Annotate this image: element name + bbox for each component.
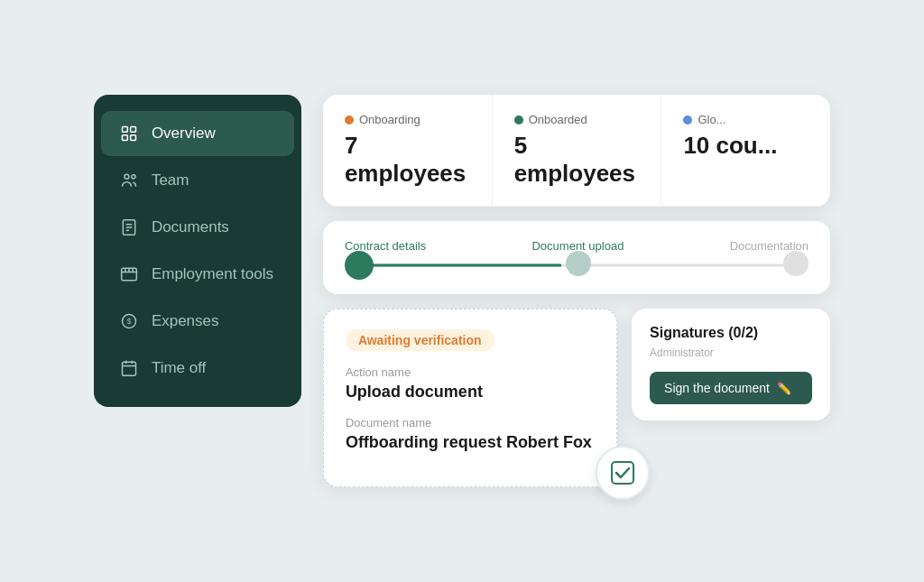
sidebar-documents-label: Documents (152, 218, 229, 236)
progress-track (345, 262, 808, 269)
progress-card: Contract details Document upload Documen… (323, 221, 830, 294)
sidebar-overview-label: Overview (152, 125, 216, 143)
overview-icon (119, 124, 139, 143)
onboarded-dot (514, 115, 523, 125)
svg-rect-3 (131, 135, 136, 141)
onboarded-value: 5 employees (514, 132, 640, 188)
stat-onboarding: Onboarding 7 employees (323, 95, 493, 206)
svg-rect-1 (131, 127, 136, 133)
sidebar: Overview Team Documents Employment tools… (94, 95, 301, 407)
stat-global: Glo... 10 cou... (661, 95, 830, 206)
expenses-icon: $ (119, 311, 139, 331)
checkbox-verified-svg (609, 459, 636, 486)
onboarding-label: Onboarding (345, 113, 470, 126)
sidebar-item-time-off[interactable]: Time off (101, 346, 294, 391)
pen-icon: ✏️ (777, 382, 791, 395)
progress-dot-3 (783, 251, 808, 276)
onboarding-dot (345, 115, 354, 125)
svg-point-4 (125, 174, 129, 179)
sidebar-item-expenses[interactable]: $ Expenses (101, 299, 294, 344)
svg-text:$: $ (126, 317, 131, 326)
progress-dot-1 (345, 251, 374, 280)
signatures-card: Signatures (0/2) Administrator Sign the … (632, 309, 830, 420)
signatures-title: Signatures (0/2) (650, 325, 812, 341)
employment-tools-icon (119, 264, 139, 284)
global-label: Glo... (683, 113, 808, 126)
stats-card: Onboarding 7 employees Onboarded 5 emplo… (323, 95, 830, 207)
sign-document-button[interactable]: Sign the document ✏️ (650, 372, 812, 404)
action-name-label: Action name (346, 365, 595, 379)
sidebar-item-documents[interactable]: Documents (101, 205, 294, 250)
team-icon (119, 171, 139, 190)
bottom-row: Awaiting verification Action name Upload… (323, 309, 830, 487)
action-name-value: Upload document (346, 383, 595, 402)
progress-dots (345, 251, 808, 280)
document-name-value: Offboarding request Robert Fox (346, 433, 595, 452)
stat-onboarded: Onboarded 5 employees (493, 95, 662, 206)
sidebar-item-team[interactable]: Team (101, 158, 294, 203)
awaiting-badge: Awaiting verification (346, 329, 494, 351)
main-content: Onboarding 7 employees Onboarded 5 emplo… (323, 95, 830, 487)
onboarding-value: 7 employees (345, 132, 470, 188)
svg-rect-2 (122, 135, 127, 141)
sidebar-item-employment-tools[interactable]: Employment tools (101, 252, 294, 297)
svg-rect-0 (122, 127, 127, 133)
sidebar-item-overview[interactable]: Overview (101, 111, 294, 156)
documents-icon (119, 217, 139, 237)
document-name-label: Document name (346, 416, 595, 430)
svg-point-5 (132, 175, 135, 179)
progress-dot-2 (566, 251, 591, 276)
global-dot (683, 115, 692, 125)
global-value: 10 cou... (683, 132, 808, 160)
svg-rect-21 (612, 462, 633, 484)
onboarded-label: Onboarded (514, 113, 640, 126)
time-off-icon (119, 358, 139, 378)
svg-rect-17 (122, 362, 135, 375)
sidebar-expenses-label: Expenses (152, 312, 219, 330)
sidebar-timeoff-label: Time off (152, 359, 206, 377)
action-card: Awaiting verification Action name Upload… (323, 309, 617, 487)
verified-icon (596, 446, 650, 500)
signatures-sub: Administrator (650, 346, 812, 359)
sidebar-employment-label: Employment tools (152, 265, 273, 283)
sidebar-team-label: Team (152, 171, 189, 189)
sign-button-label: Sign the document (664, 381, 770, 395)
